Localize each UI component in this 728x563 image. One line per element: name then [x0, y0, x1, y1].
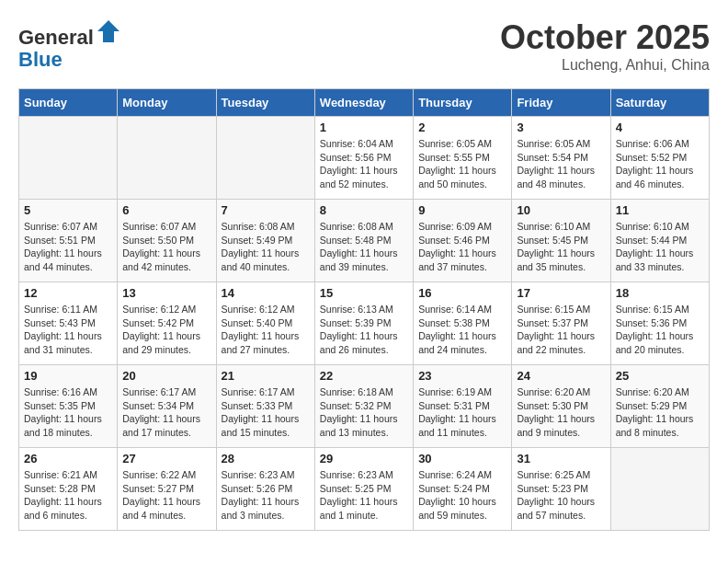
day-cell: 13Sunrise: 6:12 AM Sunset: 5:42 PM Dayli… [118, 282, 216, 365]
day-number: 4 [616, 121, 704, 134]
day-info: Sunrise: 6:07 AM Sunset: 5:50 PM Dayligh… [122, 220, 210, 274]
day-cell: 19Sunrise: 6:16 AM Sunset: 5:35 PM Dayli… [19, 365, 118, 448]
day-info: Sunrise: 6:10 AM Sunset: 5:44 PM Dayligh… [616, 220, 704, 274]
day-number: 21 [222, 369, 310, 383]
day-info: Sunrise: 6:07 AM Sunset: 5:51 PM Dayligh… [24, 220, 112, 274]
day-cell: 14Sunrise: 6:12 AM Sunset: 5:40 PM Dayli… [216, 282, 314, 365]
day-info: Sunrise: 6:23 AM Sunset: 5:25 PM Dayligh… [320, 468, 408, 523]
day-number: 13 [122, 286, 210, 300]
weekday-header-monday: Monday [118, 89, 216, 117]
day-cell: 28Sunrise: 6:23 AM Sunset: 5:26 PM Dayli… [216, 448, 314, 531]
day-number: 5 [24, 203, 112, 217]
weekday-header-friday: Friday [512, 89, 610, 117]
day-info: Sunrise: 6:13 AM Sunset: 5:39 PM Dayligh… [320, 303, 408, 357]
day-number: 23 [418, 369, 506, 383]
day-info: Sunrise: 6:10 AM Sunset: 5:45 PM Dayligh… [517, 220, 605, 274]
day-info: Sunrise: 6:15 AM Sunset: 5:37 PM Dayligh… [517, 303, 605, 357]
day-number: 14 [222, 286, 310, 300]
logo-icon [96, 18, 121, 44]
day-info: Sunrise: 6:15 AM Sunset: 5:36 PM Dayligh… [616, 303, 704, 357]
day-number: 2 [418, 121, 506, 134]
day-cell [610, 448, 709, 531]
day-cell: 20Sunrise: 6:17 AM Sunset: 5:34 PM Dayli… [118, 365, 216, 448]
day-cell: 7Sunrise: 6:08 AM Sunset: 5:49 PM Daylig… [216, 200, 314, 282]
day-cell: 15Sunrise: 6:13 AM Sunset: 5:39 PM Dayli… [314, 282, 413, 365]
week-row-4: 19Sunrise: 6:16 AM Sunset: 5:35 PM Dayli… [19, 365, 710, 448]
day-number: 17 [517, 286, 605, 300]
day-number: 24 [517, 369, 605, 383]
day-number: 16 [418, 286, 506, 300]
day-info: Sunrise: 6:08 AM Sunset: 5:49 PM Dayligh… [222, 220, 310, 274]
day-number: 22 [320, 369, 408, 383]
day-number: 30 [418, 452, 506, 465]
day-number: 27 [122, 452, 210, 465]
day-info: Sunrise: 6:19 AM Sunset: 5:31 PM Dayligh… [418, 385, 506, 440]
day-number: 10 [517, 203, 605, 217]
weekday-header-wednesday: Wednesday [314, 89, 413, 117]
svg-marker-0 [97, 20, 119, 42]
day-info: Sunrise: 6:25 AM Sunset: 5:23 PM Dayligh… [517, 468, 605, 523]
day-number: 26 [24, 452, 112, 465]
weekday-header-thursday: Thursday [414, 89, 512, 117]
day-number: 12 [24, 286, 112, 300]
day-info: Sunrise: 6:17 AM Sunset: 5:34 PM Dayligh… [122, 385, 210, 440]
logo-general: General [18, 26, 94, 49]
day-cell: 29Sunrise: 6:23 AM Sunset: 5:25 PM Dayli… [314, 448, 413, 531]
day-info: Sunrise: 6:23 AM Sunset: 5:26 PM Dayligh… [222, 468, 310, 523]
day-info: Sunrise: 6:17 AM Sunset: 5:33 PM Dayligh… [222, 385, 310, 440]
day-number: 6 [122, 203, 210, 217]
day-info: Sunrise: 6:04 AM Sunset: 5:56 PM Dayligh… [320, 137, 408, 191]
day-number: 3 [517, 121, 605, 134]
day-info: Sunrise: 6:12 AM Sunset: 5:42 PM Dayligh… [122, 303, 210, 357]
day-cell: 30Sunrise: 6:24 AM Sunset: 5:24 PM Dayli… [414, 448, 512, 531]
day-number: 9 [418, 203, 506, 217]
day-number: 19 [24, 369, 112, 383]
day-info: Sunrise: 6:12 AM Sunset: 5:40 PM Dayligh… [222, 303, 310, 357]
day-cell: 12Sunrise: 6:11 AM Sunset: 5:43 PM Dayli… [19, 282, 118, 365]
day-info: Sunrise: 6:22 AM Sunset: 5:27 PM Dayligh… [122, 468, 210, 523]
day-cell: 22Sunrise: 6:18 AM Sunset: 5:32 PM Dayli… [314, 365, 413, 448]
day-info: Sunrise: 6:16 AM Sunset: 5:35 PM Dayligh… [24, 385, 112, 440]
day-cell: 2Sunrise: 6:05 AM Sunset: 5:55 PM Daylig… [414, 117, 512, 200]
calendar-subtitle: Lucheng, Anhui, China [500, 57, 710, 74]
day-info: Sunrise: 6:18 AM Sunset: 5:32 PM Dayligh… [320, 385, 408, 440]
day-cell: 11Sunrise: 6:10 AM Sunset: 5:44 PM Dayli… [610, 200, 709, 282]
day-cell: 21Sunrise: 6:17 AM Sunset: 5:33 PM Dayli… [216, 365, 314, 448]
day-cell: 17Sunrise: 6:15 AM Sunset: 5:37 PM Dayli… [512, 282, 610, 365]
day-cell [118, 117, 216, 200]
day-number: 8 [320, 203, 408, 217]
calendar-title: October 2025 [500, 18, 710, 57]
week-row-1: 1Sunrise: 6:04 AM Sunset: 5:56 PM Daylig… [19, 117, 710, 200]
day-number: 18 [616, 286, 704, 300]
day-info: Sunrise: 6:09 AM Sunset: 5:46 PM Dayligh… [418, 220, 506, 274]
day-cell: 25Sunrise: 6:20 AM Sunset: 5:29 PM Dayli… [610, 365, 709, 448]
day-number: 25 [616, 369, 704, 383]
day-cell: 1Sunrise: 6:04 AM Sunset: 5:56 PM Daylig… [314, 117, 413, 200]
title-block: October 2025 Lucheng, Anhui, China [500, 18, 710, 74]
calendar-table: SundayMondayTuesdayWednesdayThursdayFrid… [18, 88, 710, 531]
day-info: Sunrise: 6:05 AM Sunset: 5:54 PM Dayligh… [517, 137, 605, 191]
day-cell: 3Sunrise: 6:05 AM Sunset: 5:54 PM Daylig… [512, 117, 610, 200]
day-info: Sunrise: 6:20 AM Sunset: 5:29 PM Dayligh… [616, 385, 704, 440]
day-cell: 8Sunrise: 6:08 AM Sunset: 5:48 PM Daylig… [314, 200, 413, 282]
day-cell: 31Sunrise: 6:25 AM Sunset: 5:23 PM Dayli… [512, 448, 610, 531]
day-cell: 18Sunrise: 6:15 AM Sunset: 5:36 PM Dayli… [610, 282, 709, 365]
week-row-5: 26Sunrise: 6:21 AM Sunset: 5:28 PM Dayli… [19, 448, 710, 531]
day-number: 1 [320, 121, 408, 134]
day-info: Sunrise: 6:05 AM Sunset: 5:55 PM Dayligh… [418, 137, 506, 191]
page-header: General Blue October 2025 Lucheng, Anhui… [18, 18, 710, 74]
day-cell: 5Sunrise: 6:07 AM Sunset: 5:51 PM Daylig… [19, 200, 118, 282]
day-info: Sunrise: 6:14 AM Sunset: 5:38 PM Dayligh… [418, 303, 506, 357]
week-row-2: 5Sunrise: 6:07 AM Sunset: 5:51 PM Daylig… [19, 200, 710, 282]
weekday-header-tuesday: Tuesday [216, 89, 314, 117]
day-number: 15 [320, 286, 408, 300]
day-cell [216, 117, 314, 200]
day-cell: 27Sunrise: 6:22 AM Sunset: 5:27 PM Dayli… [118, 448, 216, 531]
day-cell: 10Sunrise: 6:10 AM Sunset: 5:45 PM Dayli… [512, 200, 610, 282]
logo-blue: Blue [18, 48, 63, 71]
day-cell: 6Sunrise: 6:07 AM Sunset: 5:50 PM Daylig… [118, 200, 216, 282]
day-cell: 16Sunrise: 6:14 AM Sunset: 5:38 PM Dayli… [414, 282, 512, 365]
day-cell: 26Sunrise: 6:21 AM Sunset: 5:28 PM Dayli… [19, 448, 118, 531]
day-cell: 4Sunrise: 6:06 AM Sunset: 5:52 PM Daylig… [610, 117, 709, 200]
day-number: 29 [320, 452, 408, 465]
